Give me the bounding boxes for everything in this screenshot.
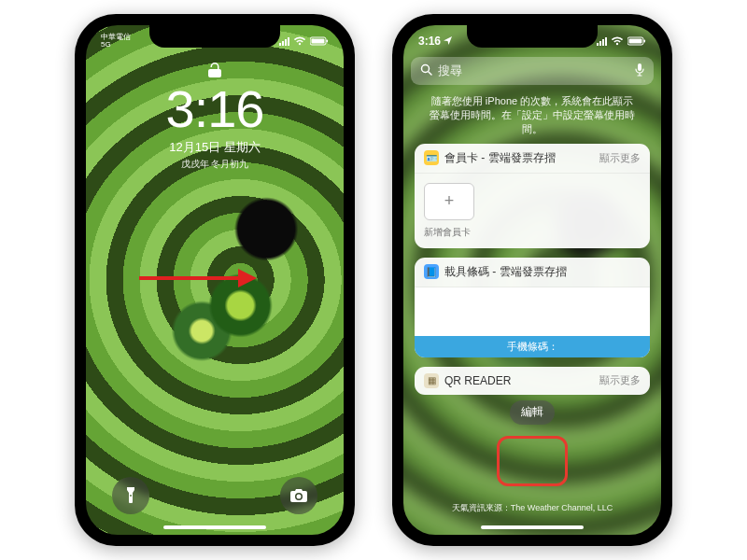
weather-attribution: 天氣資訊來源：The Weather Channel, LLC bbox=[403, 502, 661, 514]
cell-signal-icon bbox=[279, 37, 289, 46]
widget-show-more[interactable]: 顯示更多 bbox=[599, 151, 641, 165]
phone-today-view: 3:16 搜尋 bbox=[392, 14, 672, 546]
location-indicator-icon bbox=[444, 36, 452, 47]
swipe-right-annotation-icon bbox=[137, 264, 259, 296]
widget-app-icon: 🪪 bbox=[424, 150, 439, 165]
camera-icon bbox=[290, 489, 307, 502]
flashlight-icon bbox=[124, 487, 137, 504]
widget-app-icon: ▦ bbox=[424, 373, 439, 388]
unlock-icon bbox=[86, 63, 344, 81]
home-indicator[interactable] bbox=[163, 525, 266, 529]
flashlight-button[interactable] bbox=[112, 477, 149, 514]
notch bbox=[467, 25, 598, 48]
svg-line-9 bbox=[429, 72, 431, 75]
lock-bottom-controls bbox=[86, 477, 344, 514]
widget-header: ▦ QR READER 顯示更多 bbox=[415, 367, 650, 395]
search-placeholder: 搜尋 bbox=[438, 63, 462, 79]
svg-marker-4 bbox=[238, 269, 257, 287]
status-right bbox=[597, 36, 646, 46]
widget-header: 🪪 會員卡 - 雲端發票存摺 顯示更多 bbox=[415, 144, 650, 174]
widget-qr-reader[interactable]: ▦ QR READER 顯示更多 bbox=[415, 367, 650, 395]
cell-signal-icon bbox=[597, 37, 607, 46]
mic-icon[interactable] bbox=[635, 63, 644, 79]
camera-button[interactable] bbox=[280, 477, 317, 514]
widget-carrier-barcode[interactable]: 📘 載具條碼 - 雲端發票存摺 手機條碼： bbox=[415, 258, 650, 357]
today-view-scroll[interactable]: 搜尋 隨著您使用 iPhone 的次數，系統會在此顯示螢幕使用時間。在「設定」中… bbox=[411, 57, 654, 479]
widget-title: 會員卡 - 雲端發票存摺 bbox=[444, 150, 594, 166]
svg-rect-1 bbox=[312, 39, 325, 44]
edit-widgets-button[interactable]: 編輯 bbox=[510, 400, 555, 425]
widget-title: QR READER bbox=[444, 374, 594, 387]
svg-rect-10 bbox=[638, 63, 641, 71]
lock-content: 3:16 12月15日 星期六 戊戌年 冬月初九 bbox=[86, 63, 344, 171]
widget-app-icon: 📘 bbox=[424, 264, 439, 279]
lock-date: 12月15日 星期六 bbox=[86, 139, 344, 156]
plus-icon: + bbox=[444, 191, 455, 211]
notch bbox=[149, 25, 280, 48]
svg-rect-2 bbox=[327, 40, 329, 43]
screen: 中華電信 5G 3:16 12月15日 星期六 戊戌年 冬月初九 bbox=[86, 25, 344, 535]
svg-rect-7 bbox=[644, 40, 646, 43]
wifi-icon bbox=[611, 36, 624, 46]
widget-header: 📘 載具條碼 - 雲端發票存摺 bbox=[415, 258, 650, 287]
battery-icon bbox=[627, 36, 646, 46]
svg-rect-6 bbox=[629, 39, 642, 44]
status-left: 3:16 bbox=[418, 35, 452, 47]
screen: 3:16 搜尋 bbox=[403, 25, 661, 535]
widget-body: + 新增會員卡 bbox=[415, 174, 650, 248]
status-time: 3:16 bbox=[418, 35, 441, 47]
lock-time: 3:16 bbox=[86, 83, 344, 135]
search-field[interactable]: 搜尋 bbox=[411, 57, 654, 85]
barcode-caption: 手機條碼： bbox=[415, 336, 650, 357]
svg-point-8 bbox=[422, 65, 430, 73]
screen-time-info-text: 隨著您使用 iPhone 的次數，系統會在此顯示螢幕使用時間。在「設定」中設定螢… bbox=[430, 94, 635, 136]
wifi-icon bbox=[293, 36, 306, 46]
widget-show-more[interactable]: 顯示更多 bbox=[599, 373, 641, 387]
barcode-display bbox=[415, 287, 650, 336]
home-indicator[interactable] bbox=[481, 525, 584, 529]
widget-title: 載具條碼 - 雲端發票存摺 bbox=[444, 264, 641, 280]
add-membership-card-label: 新增會員卡 bbox=[424, 226, 641, 239]
carrier-sub: 5G bbox=[101, 41, 131, 49]
battery-icon bbox=[310, 36, 329, 46]
status-left: 中華電信 5G bbox=[101, 34, 131, 49]
status-right bbox=[279, 36, 329, 46]
widget-membership-card[interactable]: 🪪 會員卡 - 雲端發票存摺 顯示更多 + 新增會員卡 bbox=[415, 144, 650, 248]
search-icon bbox=[420, 63, 432, 78]
lock-lunar-date: 戊戌年 冬月初九 bbox=[86, 158, 344, 171]
phone-lockscreen: 中華電信 5G 3:16 12月15日 星期六 戊戌年 冬月初九 bbox=[75, 14, 355, 546]
add-membership-card-button[interactable]: + bbox=[424, 183, 474, 220]
